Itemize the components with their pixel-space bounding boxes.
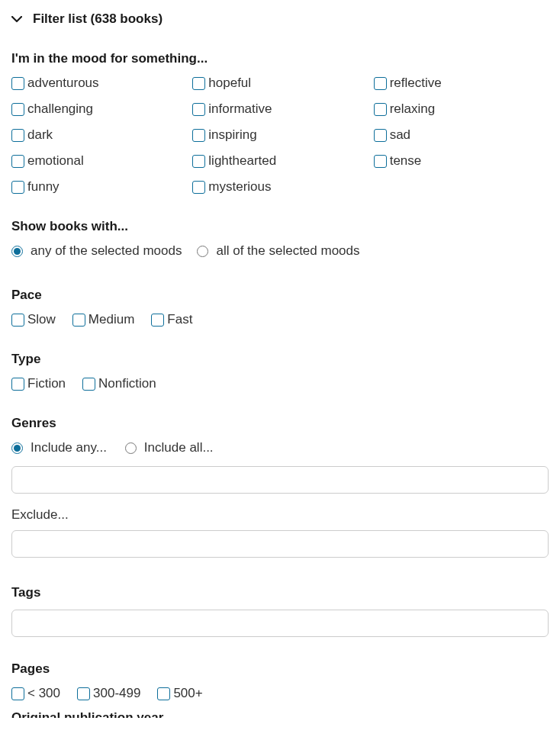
mood-label: inspiring bbox=[208, 127, 256, 143]
mood-checkbox[interactable] bbox=[11, 181, 24, 194]
mood-checkbox[interactable] bbox=[192, 181, 205, 194]
pace-label: Medium bbox=[89, 312, 134, 327]
mood-checkbox[interactable] bbox=[374, 77, 387, 90]
mood-heading: I'm in the mood for something... bbox=[11, 51, 549, 66]
show-books-any[interactable]: any of the selected moods bbox=[11, 243, 182, 259]
pace-heading: Pace bbox=[11, 288, 549, 303]
mood-option-emotional[interactable]: emotional bbox=[11, 153, 186, 169]
mood-grid: adventurous challenging dark emotional f… bbox=[11, 76, 549, 195]
mood-checkbox[interactable] bbox=[192, 77, 205, 90]
pace-option-slow[interactable]: Slow bbox=[11, 312, 56, 327]
show-books-heading: Show books with... bbox=[11, 219, 549, 234]
mood-option-informative[interactable]: informative bbox=[192, 101, 367, 117]
genres-radio-group: Include any... Include all... bbox=[11, 440, 549, 455]
pages-options: < 300 300-499 500+ bbox=[11, 686, 549, 701]
genres-heading: Genres bbox=[11, 416, 549, 431]
show-books-radio-group: any of the selected moods all of the sel… bbox=[11, 243, 549, 259]
mood-checkbox[interactable] bbox=[11, 155, 24, 168]
tags-heading: Tags bbox=[11, 585, 549, 600]
mood-option-adventurous[interactable]: adventurous bbox=[11, 76, 186, 91]
mood-option-challenging[interactable]: challenging bbox=[11, 101, 186, 117]
pace-option-fast[interactable]: Fast bbox=[151, 312, 192, 327]
mood-option-dark[interactable]: dark bbox=[11, 127, 186, 143]
mood-option-reflective[interactable]: reflective bbox=[374, 76, 549, 91]
mood-label: sad bbox=[390, 127, 410, 143]
chevron-down-icon bbox=[11, 16, 22, 23]
filter-list-toggle[interactable]: Filter list (638 books) bbox=[11, 11, 549, 27]
genres-any-label: Include any... bbox=[31, 440, 107, 455]
pace-checkbox[interactable] bbox=[11, 314, 24, 327]
mood-checkbox[interactable] bbox=[11, 103, 24, 116]
mood-option-lighthearted[interactable]: lighthearted bbox=[192, 153, 367, 169]
tags-input[interactable] bbox=[11, 610, 549, 637]
genres-all-label: Include all... bbox=[144, 440, 214, 455]
mood-option-inspiring[interactable]: inspiring bbox=[192, 127, 367, 143]
genres-include-all[interactable]: Include all... bbox=[125, 440, 214, 455]
mood-checkbox[interactable] bbox=[374, 155, 387, 168]
type-label: Fiction bbox=[27, 376, 66, 391]
genres-include-any[interactable]: Include any... bbox=[11, 440, 107, 455]
mood-option-funny[interactable]: funny bbox=[11, 179, 186, 195]
pace-label: Fast bbox=[167, 312, 192, 327]
type-option-nonfiction[interactable]: Nonfiction bbox=[82, 376, 156, 391]
mood-label: lighthearted bbox=[208, 153, 276, 169]
show-books-all-radio[interactable] bbox=[197, 246, 208, 257]
mood-checkbox[interactable] bbox=[192, 155, 205, 168]
mood-checkbox[interactable] bbox=[11, 77, 24, 90]
type-option-fiction[interactable]: Fiction bbox=[11, 376, 66, 391]
pages-checkbox[interactable] bbox=[157, 687, 170, 700]
mood-checkbox[interactable] bbox=[374, 129, 387, 142]
publication-heading-partial: Original publication year bbox=[11, 710, 549, 718]
pages-option-300-499[interactable]: 300-499 bbox=[77, 686, 140, 701]
type-heading: Type bbox=[11, 352, 549, 367]
pages-option-500plus[interactable]: 500+ bbox=[157, 686, 202, 701]
mood-checkbox[interactable] bbox=[192, 103, 205, 116]
mood-label: tense bbox=[390, 153, 422, 169]
pace-label: Slow bbox=[27, 312, 56, 327]
mood-label: relaxing bbox=[390, 101, 436, 117]
pages-heading: Pages bbox=[11, 661, 549, 677]
type-options: Fiction Nonfiction bbox=[11, 376, 549, 391]
mood-option-tense[interactable]: tense bbox=[374, 153, 549, 169]
mood-checkbox[interactable] bbox=[192, 129, 205, 142]
mood-label: challenging bbox=[27, 101, 93, 117]
filter-list-title: Filter list (638 books) bbox=[33, 11, 163, 27]
mood-option-sad[interactable]: sad bbox=[374, 127, 549, 143]
type-label: Nonfiction bbox=[98, 376, 156, 391]
mood-option-mysterious[interactable]: mysterious bbox=[192, 179, 367, 195]
pace-checkbox[interactable] bbox=[151, 314, 164, 327]
mood-label: mysterious bbox=[208, 179, 271, 195]
pages-option-lt300[interactable]: < 300 bbox=[11, 686, 60, 701]
mood-label: funny bbox=[27, 179, 60, 195]
pages-checkbox[interactable] bbox=[11, 687, 24, 700]
genres-any-radio[interactable] bbox=[11, 442, 23, 454]
pages-label: 300-499 bbox=[93, 686, 140, 701]
pages-label: 500+ bbox=[173, 686, 202, 701]
pages-label: < 300 bbox=[27, 686, 60, 701]
type-checkbox[interactable] bbox=[82, 378, 95, 391]
show-books-all-label: all of the selected moods bbox=[216, 243, 359, 259]
genres-exclude-input[interactable] bbox=[11, 530, 549, 558]
type-checkbox[interactable] bbox=[11, 378, 24, 391]
pace-checkbox[interactable] bbox=[72, 314, 85, 327]
pages-checkbox[interactable] bbox=[77, 687, 90, 700]
pace-option-medium[interactable]: Medium bbox=[72, 312, 134, 327]
show-books-any-radio[interactable] bbox=[11, 246, 23, 257]
mood-option-hopeful[interactable]: hopeful bbox=[192, 76, 367, 91]
mood-option-relaxing[interactable]: relaxing bbox=[374, 101, 549, 117]
genres-all-radio[interactable] bbox=[125, 442, 137, 454]
mood-label: hopeful bbox=[208, 76, 251, 91]
mood-label: dark bbox=[27, 127, 53, 143]
genres-exclude-label: Exclude... bbox=[11, 507, 549, 523]
genres-include-input[interactable] bbox=[11, 466, 549, 494]
mood-label: informative bbox=[208, 101, 272, 117]
mood-label: emotional bbox=[27, 153, 84, 169]
mood-checkbox[interactable] bbox=[374, 103, 387, 116]
show-books-any-label: any of the selected moods bbox=[31, 243, 182, 259]
mood-label: reflective bbox=[390, 76, 442, 91]
pace-options: Slow Medium Fast bbox=[11, 312, 549, 327]
mood-label: adventurous bbox=[27, 76, 99, 91]
mood-checkbox[interactable] bbox=[11, 129, 24, 142]
show-books-all[interactable]: all of the selected moods bbox=[197, 243, 359, 259]
